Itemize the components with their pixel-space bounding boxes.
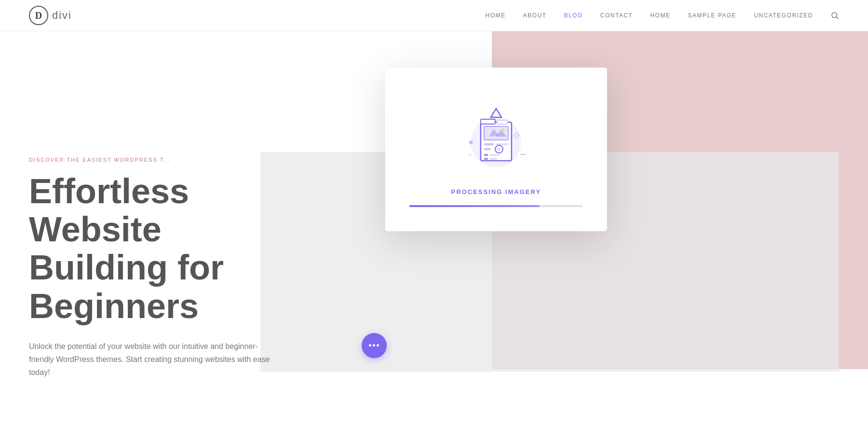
fab-dots-icon: •••	[368, 340, 380, 351]
nav-home-1[interactable]: HOME	[486, 12, 506, 19]
svg-rect-16	[496, 143, 508, 145]
progress-bar	[409, 205, 583, 207]
nav-sample-page[interactable]: SAMPLE PAGE	[688, 12, 736, 19]
hero-section: DISCOVER THE EASIEST WORDPRESS T... Effo…	[29, 31, 304, 379]
nav-contact[interactable]: CONTACT	[600, 12, 633, 19]
svg-rect-17	[484, 148, 491, 150]
svg-rect-23	[490, 158, 497, 160]
logo-text: divi	[52, 9, 72, 22]
main-nav: HOME ABOUT BLOG CONTACT HOME SAMPLE PAGE…	[486, 11, 839, 20]
hero-tagline: DISCOVER THE EASIEST WORDPRESS T...	[29, 157, 304, 163]
logo-circle: D	[29, 6, 48, 25]
nav-about[interactable]: ABOUT	[523, 12, 547, 19]
nav-home-2[interactable]: HOME	[650, 12, 670, 19]
svg-rect-10	[497, 120, 508, 124]
nav-blog[interactable]: BLOG	[564, 12, 583, 19]
svg-marker-3	[491, 109, 502, 117]
modal-illustration: ×	[453, 97, 540, 174]
svg-point-14	[501, 128, 504, 132]
illustration-svg: ×	[458, 99, 535, 171]
svg-rect-22	[484, 158, 488, 160]
modal-label: PROCESSING IMAGERY	[451, 188, 541, 195]
svg-rect-15	[484, 143, 494, 145]
svg-rect-9	[481, 119, 495, 124]
svg-point-19	[497, 147, 501, 151]
progress-bar-fill	[409, 205, 540, 207]
nav-uncategorized[interactable]: UNCATEGORIZED	[754, 12, 813, 19]
svg-line-1	[836, 17, 838, 19]
site-logo[interactable]: D divi	[29, 6, 72, 25]
fab-button[interactable]: •••	[362, 333, 387, 358]
svg-point-0	[832, 13, 837, 18]
site-header: D divi HOME ABOUT BLOG CONTACT HOME SAMP…	[0, 0, 868, 31]
processing-modal[interactable]: ×	[385, 68, 607, 231]
logo-letter: D	[35, 10, 42, 21]
hero-title: Effortless Website Building for Beginner…	[29, 172, 304, 325]
hero-description: Unlock the potential of your website wit…	[29, 340, 270, 379]
svg-point-4	[469, 140, 473, 144]
search-icon[interactable]	[830, 11, 839, 20]
svg-rect-21	[490, 154, 500, 156]
svg-text:×: ×	[468, 152, 472, 158]
svg-rect-20	[484, 154, 488, 156]
